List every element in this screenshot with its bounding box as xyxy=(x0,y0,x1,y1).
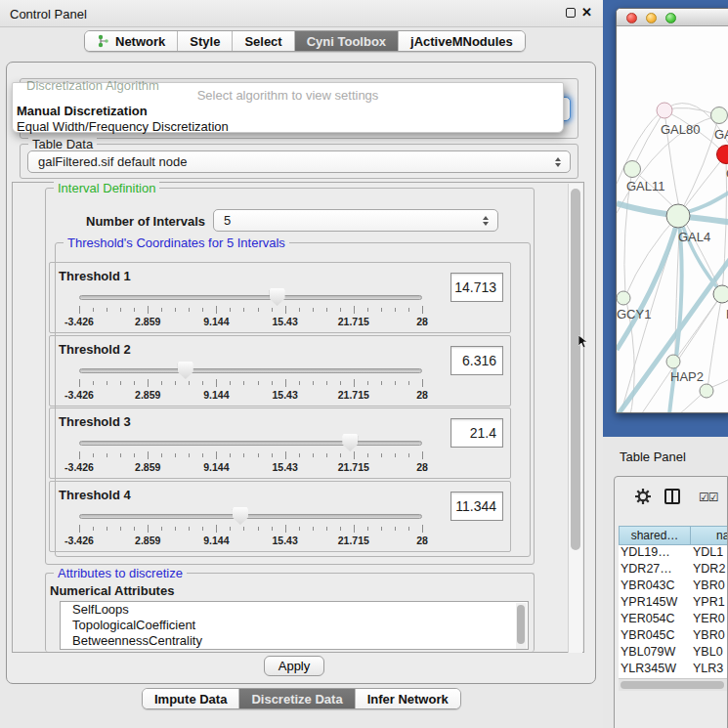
network-tree-icon xyxy=(97,34,109,48)
zoom-traffic-light-icon[interactable] xyxy=(665,13,676,23)
slider-track[interactable] xyxy=(79,514,422,519)
threshold-2-slider[interactable]: -3.4262.8599.14415.4321.71528 xyxy=(50,360,512,405)
column-header-shared-name[interactable]: shared… xyxy=(619,526,690,545)
split-columns-icon[interactable] xyxy=(664,489,680,504)
table-row[interactable]: YPR145WYPR1 xyxy=(619,595,728,612)
table-row[interactable]: YBR045CYBR0 xyxy=(619,628,728,645)
node-gal4[interactable] xyxy=(666,204,690,228)
slider-tick-labels: -3.4262.8599.14415.4321.71528 xyxy=(79,316,422,327)
number-of-intervals-combobox[interactable]: 5 xyxy=(213,209,498,232)
tab-select[interactable]: Select xyxy=(233,31,294,51)
table-row[interactable]: YER054CYER0 xyxy=(619,612,728,628)
tick-label: -3.426 xyxy=(64,535,94,546)
dropdown-item-manual-discretization[interactable]: Manual Discretization xyxy=(17,104,148,118)
threshold-3-panel: Threshold 3 -3.4262.8599.14415.4321.7152… xyxy=(49,407,511,479)
scrollbar-thumb[interactable] xyxy=(621,681,724,689)
tick-label: 28 xyxy=(416,389,428,401)
threshold-2-panel: Threshold 2 -3.4262.8599.14415.4321.7152… xyxy=(49,335,511,407)
table-panel-title: Table Panel xyxy=(620,450,686,464)
scrollbar-thumb[interactable] xyxy=(571,189,580,550)
slider-thumb[interactable] xyxy=(233,507,248,525)
table-row[interactable]: YDR27…YDR2 xyxy=(619,562,728,578)
tick-label: 21.715 xyxy=(338,461,369,473)
tick-label: 21.715 xyxy=(338,389,369,401)
close-icon[interactable]: ✕ xyxy=(581,5,592,20)
node-gcy1[interactable] xyxy=(617,291,630,305)
attributes-label: Attributes to discretize xyxy=(54,566,187,580)
tick-label: 9.144 xyxy=(203,316,229,327)
slider-thumb[interactable] xyxy=(178,362,193,379)
network-view-window[interactable]: GAL80 GA C GAL11 GAL4 GCY1 H HAP2 xyxy=(616,8,728,413)
threshold-1-slider[interactable]: -3.4262.8599.14415.4321.71528 xyxy=(50,286,512,331)
close-traffic-light-icon[interactable] xyxy=(626,13,637,23)
select-columns-icon[interactable]: ☑☑ xyxy=(699,491,718,504)
minimize-traffic-light-icon[interactable] xyxy=(646,13,657,23)
slider-track[interactable] xyxy=(79,295,422,300)
node-gal11[interactable] xyxy=(624,161,641,178)
scrollbar-thumb[interactable] xyxy=(517,605,525,644)
threshold-3-slider[interactable]: -3.4262.8599.14415.4321.71528 xyxy=(50,432,512,477)
threshold-1-value-field[interactable]: 14.713 xyxy=(450,273,503,302)
horizontal-scrollbar[interactable] xyxy=(619,678,728,691)
tick-label: 15.43 xyxy=(272,316,297,327)
gear-icon[interactable] xyxy=(634,488,652,505)
slider-tick-labels: -3.4262.8599.14415.4321.71528 xyxy=(79,535,422,546)
table-rows: YDL19…YDL1 YDR27…YDR2 YBR043CYBR0 YPR145… xyxy=(619,545,728,680)
list-scrollbar[interactable] xyxy=(516,603,527,650)
slider-ticks xyxy=(79,306,422,315)
slider-thumb[interactable] xyxy=(270,288,285,306)
node-gal80[interactable] xyxy=(657,103,672,118)
table-row[interactable]: YLR345WYLR3 xyxy=(619,662,728,678)
tick-label: 21.715 xyxy=(338,535,369,546)
threshold-4-slider[interactable]: -3.4262.8599.14415.4321.71528 xyxy=(50,505,512,550)
slider-track[interactable] xyxy=(79,368,422,373)
tab-network[interactable]: Network xyxy=(85,31,178,51)
node-bottom[interactable] xyxy=(700,384,713,398)
node-h[interactable] xyxy=(713,285,728,303)
node-hap2[interactable] xyxy=(666,355,680,368)
numerical-attributes-list[interactable]: SelfLoops TopologicalCoefficient Between… xyxy=(60,601,529,650)
dropdown-prompt-item[interactable]: Select algorithm to view settings xyxy=(13,88,563,103)
table-row[interactable]: YBL079WYBL0 xyxy=(619,645,728,662)
tab-impute-data[interactable]: Impute Data xyxy=(143,689,239,708)
window-title: Control Panel xyxy=(10,7,87,21)
tick-label: 2.859 xyxy=(135,535,160,546)
node-label-gal4: GAL4 xyxy=(678,230,710,244)
float-window-icon[interactable] xyxy=(566,8,576,18)
threshold-2-value-field[interactable]: 6.316 xyxy=(450,346,503,375)
tick-label: 2.859 xyxy=(135,389,160,401)
table-data-combobox[interactable]: galFiltered.sif default node xyxy=(27,150,571,173)
tick-label: -3.426 xyxy=(64,389,94,401)
tick-label: 9.144 xyxy=(203,535,229,546)
table-header-row: shared… na xyxy=(619,526,728,545)
slider-track[interactable] xyxy=(79,441,422,446)
tick-label: 15.43 xyxy=(272,461,297,473)
column-header-name[interactable]: na xyxy=(690,526,728,545)
interval-definition-label: Interval Definition xyxy=(54,181,159,195)
list-item[interactable]: BetweennessCentrality xyxy=(61,633,528,649)
numerical-attributes-label: Numerical Attributes xyxy=(50,583,174,598)
slider-thumb[interactable] xyxy=(342,434,358,451)
desktop-background: GAL80 GA C GAL11 GAL4 GCY1 H HAP2 xyxy=(603,0,728,437)
tab-jactivemnodules[interactable]: jActiveMNodules xyxy=(399,31,525,51)
node-partial-top-right[interactable] xyxy=(711,107,728,124)
table-row[interactable]: YBR043CYBR0 xyxy=(619,578,728,595)
slider-ticks xyxy=(79,451,422,460)
tick-label: 2.859 xyxy=(135,461,160,473)
table-row[interactable]: YDL19…YDL1 xyxy=(619,545,728,562)
threshold-3-value-field[interactable]: 21.4 xyxy=(450,418,503,448)
dropdown-item-equal-width[interactable]: Equal Width/Frequency Discretization xyxy=(17,119,229,134)
list-item[interactable]: TopologicalCoefficient xyxy=(61,618,528,633)
slider-tick-labels: -3.4262.8599.14415.4321.71528 xyxy=(79,389,422,401)
apply-button[interactable]: Apply xyxy=(264,656,324,676)
list-item[interactable]: SelfLoops xyxy=(61,602,528,618)
tab-infer-network[interactable]: Infer Network xyxy=(356,689,460,708)
threshold-4-value-field[interactable]: 11.344 xyxy=(450,492,503,521)
tab-style[interactable]: Style xyxy=(178,31,233,51)
tab-cyni-toolbox[interactable]: Cyni Toolbox xyxy=(295,31,399,51)
tab-discretize-data[interactable]: Discretize Data xyxy=(239,689,355,708)
network-canvas[interactable]: GAL80 GA C GAL11 GAL4 GCY1 H HAP2 xyxy=(617,27,728,413)
table-toolbar: ☑☑ xyxy=(615,477,727,526)
network-window-titlebar[interactable] xyxy=(617,9,728,26)
vertical-scrollbar[interactable] xyxy=(568,184,582,653)
